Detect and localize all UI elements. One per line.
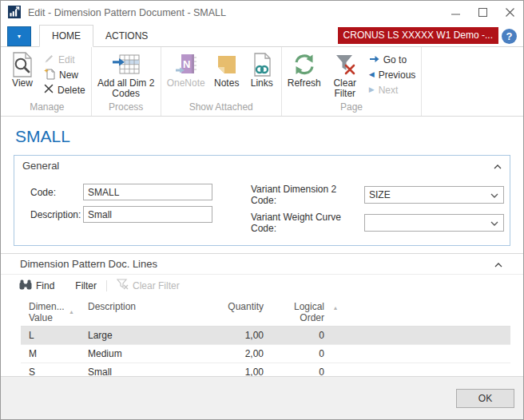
application-menu-button[interactable]: ▼ bbox=[7, 26, 31, 46]
cell-description[interactable]: Small bbox=[88, 367, 224, 376]
notes-button-label: Notes bbox=[214, 78, 239, 89]
app-chart-icon bbox=[8, 6, 21, 21]
variant-dimension2-label: Variant Dimension 2 Code: bbox=[251, 184, 364, 206]
table-row[interactable]: M Medium 2,00 0 bbox=[21, 345, 510, 363]
funnel-x-icon bbox=[117, 279, 129, 292]
previous-button-label: Previous bbox=[379, 69, 416, 81]
add-all-dim2-codes-button[interactable]: Add all Dim 2 Codes bbox=[93, 50, 159, 101]
previous-button[interactable]: ◀ Previous bbox=[365, 67, 420, 82]
table-row[interactable]: L Large 1,00 0 bbox=[21, 327, 510, 345]
tab-home[interactable]: HOME bbox=[39, 25, 93, 47]
column-header-dimension-value[interactable]: Dimen... Value bbox=[21, 301, 69, 323]
onenote-button-label: OneNote bbox=[167, 78, 205, 89]
ribbon-group-manage: View Edit New Delete bbox=[3, 47, 92, 116]
titlebar: Edit - Dimension Pattern Document - SMAL… bbox=[1, 1, 523, 25]
ok-button[interactable]: OK bbox=[456, 389, 514, 408]
cell-logical-order[interactable]: 0 bbox=[284, 367, 324, 376]
links-button[interactable]: Links bbox=[244, 50, 280, 101]
collapse-chevron-icon[interactable] bbox=[494, 258, 502, 270]
view-button[interactable]: View bbox=[5, 50, 40, 101]
new-button[interactable]: New bbox=[40, 67, 89, 82]
window-title: Edit - Dimension Pattern Document - SMAL… bbox=[28, 7, 442, 18]
tab-actions[interactable]: ACTIONS bbox=[93, 26, 160, 46]
notes-button[interactable]: Notes bbox=[209, 50, 244, 101]
go-to-arrow-icon bbox=[369, 54, 379, 65]
general-header-label: General bbox=[22, 160, 59, 172]
find-button-label: Find bbox=[36, 280, 54, 291]
variant-dimension2-value: SIZE bbox=[369, 189, 391, 200]
table-row[interactable]: S Small 1,00 0 bbox=[21, 363, 510, 376]
description-field[interactable] bbox=[83, 206, 212, 223]
page-title: SMALL bbox=[15, 127, 523, 146]
ribbon: View Edit New Delete bbox=[1, 47, 523, 117]
next-arrow-icon: ▶ bbox=[369, 86, 375, 93]
chevron-down-icon: ▼ bbox=[17, 34, 22, 39]
clear-filter-button[interactable]: Clear Filter bbox=[325, 50, 365, 101]
view-document-magnifier-icon bbox=[12, 51, 33, 78]
chevron-down-icon[interactable] bbox=[490, 189, 498, 200]
cell-dimension-value[interactable]: L bbox=[21, 330, 69, 341]
close-button[interactable] bbox=[496, 1, 523, 23]
binoculars-icon bbox=[19, 279, 32, 292]
filter-button-label: Filter bbox=[75, 280, 97, 291]
ribbon-group-process: Add all Dim 2 Codes Process bbox=[92, 47, 161, 116]
company-badge[interactable]: CRONUS LS XXXXX W1 Demo -... bbox=[338, 27, 498, 44]
cell-logical-order[interactable]: 0 bbox=[284, 330, 324, 341]
lines-table: Dimen... Value ▲ Description Quantity Lo… bbox=[21, 297, 510, 376]
new-button-label: New bbox=[59, 69, 78, 81]
cell-quantity[interactable]: 1,00 bbox=[224, 367, 264, 376]
filter-button[interactable]: Filter bbox=[70, 280, 101, 291]
previous-arrow-icon: ◀ bbox=[369, 71, 375, 78]
go-to-button[interactable]: Go to bbox=[365, 52, 420, 67]
clear-filter-funnel-icon bbox=[335, 51, 355, 78]
help-icon[interactable]: ? bbox=[502, 29, 517, 44]
delete-x-icon bbox=[44, 84, 54, 96]
lines-section-header[interactable]: Dimension Pattern Doc. Lines bbox=[1, 253, 523, 275]
edit-button[interactable]: Edit bbox=[40, 52, 89, 67]
cell-description[interactable]: Medium bbox=[88, 348, 224, 359]
cell-dimension-value[interactable]: M bbox=[21, 348, 69, 359]
general-fasttab: General Code: Description: Varian bbox=[14, 155, 510, 246]
minimize-button[interactable] bbox=[442, 1, 469, 23]
sort-ascending-icon: ▲ bbox=[324, 301, 347, 323]
general-fasttab-header[interactable]: General bbox=[14, 156, 510, 175]
chevron-down-icon[interactable] bbox=[490, 217, 498, 228]
column-header-quantity[interactable]: Quantity bbox=[224, 301, 264, 323]
delete-button-label: Delete bbox=[58, 85, 85, 96]
column-header-description[interactable]: Description bbox=[88, 301, 224, 323]
column-header-logical-order[interactable]: Logical Order bbox=[284, 301, 324, 323]
collapse-chevron-icon[interactable] bbox=[494, 160, 502, 172]
ribbon-group-show-attached: N OneNote Notes Links Show Atta bbox=[161, 47, 282, 116]
toolbar-divider bbox=[106, 280, 107, 291]
cell-quantity[interactable]: 1,00 bbox=[224, 330, 264, 341]
variant-weight-curve-label: Variant Weight Curve Code: bbox=[251, 212, 364, 234]
clear-filter-lines-button[interactable]: Clear Filter bbox=[112, 279, 185, 292]
refresh-button[interactable]: Refresh bbox=[284, 50, 325, 101]
find-button[interactable]: Find bbox=[14, 279, 59, 292]
lines-table-header: Dimen... Value ▲ Description Quantity Lo… bbox=[21, 297, 510, 327]
cell-logical-order[interactable]: 0 bbox=[284, 348, 324, 359]
description-label: Description: bbox=[30, 209, 83, 220]
cell-description[interactable]: Large bbox=[88, 330, 224, 341]
edit-button-label: Edit bbox=[58, 54, 75, 65]
svg-text:N: N bbox=[183, 58, 190, 70]
group-label-show-attached: Show Attached bbox=[163, 101, 280, 116]
ribbon-tab-bar: ▼ HOME ACTIONS CRONUS LS XXXXX W1 Demo -… bbox=[1, 25, 523, 47]
link-chain-icon bbox=[252, 51, 272, 78]
maximize-button[interactable] bbox=[469, 1, 496, 23]
onenote-button[interactable]: N OneNote bbox=[163, 50, 209, 101]
delete-button[interactable]: Delete bbox=[40, 82, 89, 97]
group-label-manage: Manage bbox=[5, 101, 89, 116]
page-content: SMALL General Code: Description: bbox=[1, 117, 523, 376]
links-button-label: Links bbox=[251, 78, 273, 89]
variant-weight-curve-combo[interactable] bbox=[364, 214, 504, 232]
next-button[interactable]: ▶ Next bbox=[365, 82, 420, 97]
cell-quantity[interactable]: 2,00 bbox=[224, 348, 264, 359]
group-label-process: Process bbox=[93, 101, 159, 116]
cell-dimension-value[interactable]: S bbox=[21, 367, 69, 376]
code-field[interactable] bbox=[83, 184, 212, 200]
lines-toolbar: Find Filter Clear Filter bbox=[1, 275, 523, 296]
view-button-label: View bbox=[12, 78, 33, 89]
variant-dimension2-combo[interactable]: SIZE bbox=[364, 186, 504, 204]
refresh-icon bbox=[292, 51, 316, 78]
